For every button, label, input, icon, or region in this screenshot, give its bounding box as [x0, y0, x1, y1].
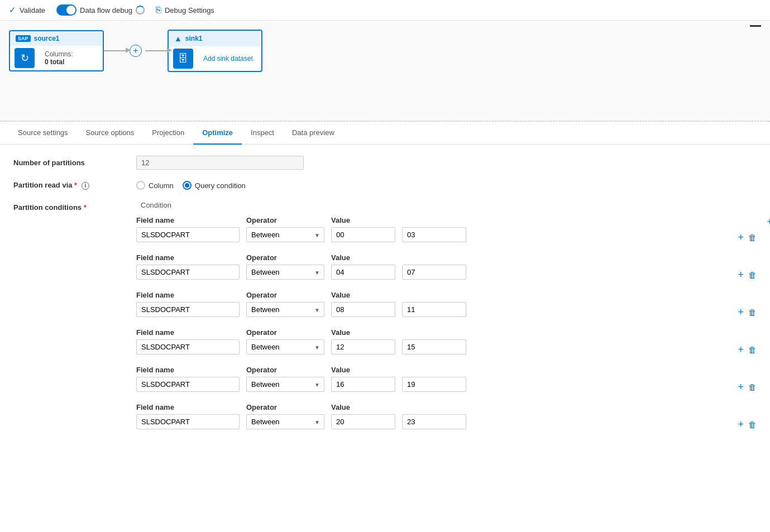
operator-select-1[interactable]: Between Equals Greater Less	[246, 265, 324, 280]
operator-select-5[interactable]: Between Equals Greater Less	[246, 414, 324, 429]
sink-node-body[interactable]: Add sink dataset	[198, 50, 259, 67]
value2-input-3[interactable]	[402, 339, 466, 354]
source-flow-icon: ↻	[21, 52, 29, 64]
tabs: Source settings Source options Projectio…	[0, 122, 770, 145]
sink-icon: 🗄	[173, 49, 193, 69]
connector-line	[104, 50, 126, 51]
tab-data-preview[interactable]: Data preview	[283, 122, 343, 145]
row-delete-btn-4[interactable]: 🗑	[748, 382, 757, 392]
field-input-5[interactable]	[136, 414, 240, 429]
header-val-4: Value	[331, 366, 465, 374]
partition-conditions-row: Partition conditions * Condition + 🗑 Fie…	[13, 201, 757, 440]
source-node[interactable]: SAP source1 ↻ Columns: 0 total	[9, 30, 104, 71]
row-delete-btn-5[interactable]: 🗑	[748, 420, 757, 429]
minimize-bar[interactable]	[750, 25, 761, 27]
condition-block-0: Field name Operator Value Between Equals…	[136, 216, 466, 242]
add-btn[interactable]: +	[130, 45, 142, 57]
sink-node-inner: 🗄 Add sink dataset	[169, 46, 261, 71]
toggle-switch[interactable]	[56, 4, 76, 16]
header-val-3: Value	[331, 328, 465, 337]
radio-circle-column[interactable]	[136, 181, 145, 190]
tab-source-settings[interactable]: Source settings	[9, 122, 77, 145]
operator-select-2[interactable]: Between Equals Greater Less	[246, 302, 324, 317]
operator-select-4[interactable]: Between Equals Greater Less	[246, 377, 324, 392]
debug-spinner-icon	[136, 6, 145, 15]
operator-select-3[interactable]: Between Equals Greater Less	[246, 339, 324, 354]
num-partitions-input[interactable]	[136, 156, 304, 170]
toolbar: ✓ Validate Data flow debug ⎘ Debug Setti…	[0, 0, 770, 21]
conditions-outer: + 🗑 Field name Operator Value Between Eq…	[136, 216, 757, 429]
value2-input-4[interactable]	[402, 377, 466, 392]
debug-settings-button[interactable]: ⎘ Debug Settings	[156, 5, 214, 15]
row-add-btn-5[interactable]: +	[738, 419, 744, 430]
header-op-2: Operator	[246, 291, 324, 299]
header-field-1: Field name	[136, 253, 240, 262]
connector: +	[104, 45, 168, 57]
row-delete-btn-2[interactable]: 🗑	[748, 308, 757, 317]
add-node-button[interactable]: +	[130, 45, 142, 57]
radio-group: Column Query condition	[136, 181, 246, 190]
columns-label: Columns:	[45, 50, 73, 58]
partition-read-label: Partition read via * i	[13, 181, 136, 190]
field-input-2[interactable]	[136, 302, 240, 317]
add-sink-dataset-label: Add sink dataset	[203, 55, 253, 63]
value1-input-3[interactable]	[331, 339, 395, 354]
condition-label: Condition	[141, 201, 757, 209]
tab-inspect[interactable]: Inspect	[242, 122, 283, 145]
radio-column[interactable]: Column	[136, 181, 174, 190]
condition-block-1: Field name Operator Value Between Equals…	[136, 253, 466, 280]
canvas-area: SAP source1 ↻ Columns: 0 total +	[0, 21, 770, 121]
sink-node-header: ▲ sink1	[169, 31, 261, 46]
outer-add-button[interactable]: +	[767, 216, 770, 228]
tab-source-options[interactable]: Source options	[77, 122, 144, 145]
condition-row-wrapper: Field name Operator Value Between Equals…	[136, 291, 757, 317]
header-op-1: Operator	[246, 253, 324, 262]
header-field-4: Field name	[136, 366, 240, 374]
condition-block-3: Field name Operator Value Between Equals…	[136, 328, 466, 354]
row-delete-btn-1[interactable]: 🗑	[748, 270, 757, 280]
azure-icon: ▲	[174, 34, 182, 43]
num-partitions-label: Number of partitions	[13, 159, 136, 167]
row-add-btn-3[interactable]: +	[738, 344, 744, 356]
value1-input-5[interactable]	[331, 414, 395, 429]
value2-input-0[interactable]	[402, 227, 466, 242]
value1-input-1[interactable]	[331, 265, 395, 280]
value1-input-0[interactable]	[331, 227, 395, 242]
field-input-0[interactable]	[136, 227, 240, 242]
row-add-btn-1[interactable]: +	[738, 269, 744, 281]
source-node-header: SAP source1	[10, 31, 103, 46]
row-add-btn-4[interactable]: +	[738, 381, 744, 393]
header-op-5: Operator	[246, 403, 324, 411]
row-delete-btn-3[interactable]: 🗑	[748, 345, 757, 354]
row-add-btn-2[interactable]: +	[738, 306, 744, 318]
value1-input-2[interactable]	[331, 302, 395, 317]
content-area: Number of partitions Partition read via …	[0, 145, 770, 463]
radio-query-condition[interactable]: Query condition	[183, 181, 246, 190]
sink-node[interactable]: ▲ sink1 🗄 Add sink dataset	[168, 30, 262, 72]
value2-input-5[interactable]	[402, 414, 466, 429]
row-add-btn-0[interactable]: +	[738, 232, 744, 243]
row-delete-btn-0[interactable]: 🗑	[748, 233, 757, 242]
tab-optimize[interactable]: Optimize	[193, 122, 242, 145]
source-node-body: Columns: 0 total	[39, 46, 79, 70]
source-node-label: source1	[34, 35, 60, 42]
tab-projection[interactable]: Projection	[143, 122, 193, 145]
data-flow-debug-toggle[interactable]: Data flow debug	[56, 4, 145, 16]
value2-input-1[interactable]	[402, 265, 466, 280]
condition-row-wrapper: Field name Operator Value Between Equals…	[136, 366, 757, 392]
header-op-0: Operator	[246, 216, 324, 224]
field-input-4[interactable]	[136, 377, 240, 392]
source-icon: ↻	[15, 48, 35, 68]
source-node-inner: ↻ Columns: 0 total	[10, 46, 103, 70]
validate-button[interactable]: ✓ Validate	[9, 5, 45, 15]
field-input-3[interactable]	[136, 339, 240, 354]
operator-select-0[interactable]: Between Equals Greater Less	[246, 227, 324, 242]
field-input-1[interactable]	[136, 265, 240, 280]
value2-input-2[interactable]	[402, 302, 466, 317]
connector-line-2	[145, 50, 168, 51]
conditions-container: Condition + 🗑 Field name Operator Value …	[136, 201, 757, 440]
header-field-3: Field name	[136, 328, 240, 337]
value1-input-4[interactable]	[331, 377, 395, 392]
info-icon[interactable]: i	[82, 182, 89, 190]
radio-circle-query[interactable]	[183, 181, 192, 190]
